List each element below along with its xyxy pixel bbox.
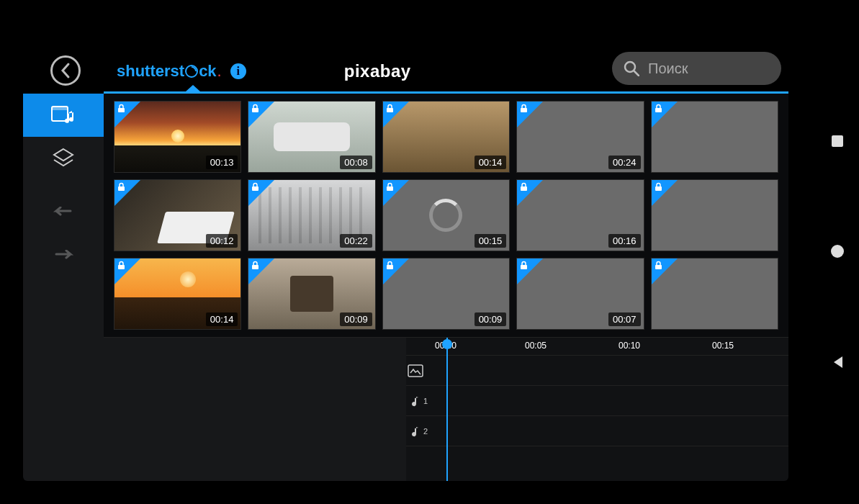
lock-icon — [385, 104, 395, 113]
lock-icon — [385, 261, 395, 270]
clip-item[interactable]: 00:09 — [382, 258, 510, 330]
track-audio-1[interactable]: 1 — [406, 385, 788, 415]
clip-duration: 00:15 — [475, 234, 507, 248]
svg-point-22 — [831, 245, 844, 258]
clip-item[interactable]: 00:14 — [114, 258, 241, 330]
audio-track-1-icon: 1 — [408, 395, 428, 408]
main-panel: 00:1300:0800:1400:2400:1200:2200:1500:16… — [104, 94, 788, 481]
nav-back-icon[interactable] — [829, 354, 845, 370]
clip-duration: 00:07 — [608, 312, 641, 326]
sidebar-undo[interactable] — [23, 193, 104, 236]
tab-shutterstock-label: shutterstck — [117, 62, 217, 81]
video-track-icon — [408, 364, 423, 377]
clip-duration: 00:08 — [340, 156, 372, 169]
svg-rect-5 — [118, 108, 125, 112]
tab-shutterstock[interactable]: shutterstck. i — [104, 51, 259, 91]
track-video[interactable] — [406, 355, 788, 385]
svg-rect-19 — [655, 265, 662, 269]
clip-item[interactable]: 00:07 — [516, 258, 644, 330]
svg-rect-17 — [387, 265, 393, 269]
svg-rect-16 — [252, 265, 258, 269]
clip-item[interactable] — [651, 179, 778, 251]
clip-item[interactable]: 00:09 — [248, 258, 375, 330]
clip-item[interactable]: 00:13 — [114, 101, 241, 173]
svg-point-1 — [625, 62, 635, 72]
lock-icon — [519, 104, 529, 113]
lock-icon — [117, 182, 126, 192]
svg-line-2 — [634, 71, 639, 76]
lock-icon — [654, 104, 663, 113]
audio-track-2-num: 2 — [423, 427, 428, 436]
clip-item[interactable]: 00:08 — [248, 101, 375, 173]
clip-duration: 00:13 — [206, 156, 238, 169]
sidebar-redo[interactable] — [23, 236, 104, 279]
search-icon — [624, 60, 639, 76]
undo-icon — [52, 207, 75, 222]
shutterstock-logo-icon — [184, 64, 199, 78]
audio-track-1-num: 1 — [423, 397, 428, 405]
chevron-left-icon — [59, 62, 72, 79]
timeline-left-spacer — [104, 338, 406, 481]
clip-item[interactable]: 00:16 — [516, 179, 644, 251]
clip-duration: 00:14 — [206, 312, 238, 326]
svg-rect-10 — [118, 186, 125, 191]
track-empty[interactable] — [406, 446, 788, 472]
redo-icon — [52, 250, 75, 266]
back-button[interactable] — [50, 55, 81, 86]
search-box[interactable] — [612, 52, 781, 85]
svg-rect-4 — [52, 107, 68, 110]
clip-item[interactable]: 00:22 — [248, 179, 375, 251]
svg-rect-6 — [252, 108, 258, 112]
svg-rect-7 — [387, 108, 393, 112]
clip-grid: 00:1300:0800:1400:2400:1200:2200:1500:16… — [104, 94, 788, 337]
active-tab-arrow-icon — [186, 85, 200, 91]
media-music-icon — [50, 104, 76, 127]
search-input[interactable] — [648, 60, 756, 77]
ruler-tick-2: 00:10 — [619, 341, 640, 351]
timeline-tracks[interactable]: 00:00 00:05 00:10 00:15 1 — [406, 338, 788, 481]
clip-duration: 00:14 — [475, 156, 507, 169]
layers-icon — [51, 146, 76, 171]
playhead[interactable] — [446, 338, 448, 481]
clip-item[interactable]: 00:12 — [114, 179, 241, 251]
lock-icon — [251, 261, 260, 270]
clip-duration: 00:12 — [206, 234, 238, 248]
lock-icon — [654, 182, 663, 192]
sidebar-media-library[interactable] — [23, 94, 104, 137]
svg-rect-13 — [521, 186, 527, 191]
clip-duration: 00:22 — [340, 234, 372, 248]
ruler-tick-1: 00:05 — [525, 341, 547, 351]
tab-pixabay-label: pixabay — [344, 61, 411, 81]
clip-item[interactable] — [651, 258, 778, 330]
app-window: shutterstck. i pixabay — [23, 23, 788, 481]
svg-rect-12 — [387, 186, 393, 191]
clip-duration: 00:16 — [608, 234, 641, 248]
lock-icon — [519, 261, 529, 270]
clip-item[interactable] — [651, 101, 778, 173]
clip-item[interactable]: 00:24 — [516, 101, 644, 173]
nav-recent-icon[interactable] — [830, 134, 845, 148]
svg-rect-20 — [408, 365, 423, 377]
info-icon[interactable]: i — [230, 63, 246, 79]
svg-rect-9 — [655, 108, 662, 112]
lock-icon — [117, 261, 126, 270]
svg-rect-18 — [521, 265, 527, 269]
clip-duration: 00:09 — [475, 312, 507, 326]
svg-rect-14 — [655, 186, 662, 191]
timeline[interactable]: 00:00 00:05 00:10 00:15 1 — [104, 337, 788, 481]
clip-duration: 00:24 — [608, 156, 641, 169]
tab-pixabay[interactable]: pixabay — [331, 51, 424, 91]
track-audio-2[interactable]: 2 — [406, 415, 788, 446]
lock-icon — [251, 104, 260, 113]
clip-duration: 00:09 — [340, 312, 372, 326]
sidebar — [23, 94, 104, 481]
timeline-ruler[interactable]: 00:00 00:05 00:10 00:15 — [406, 338, 788, 355]
nav-home-icon[interactable] — [829, 243, 845, 259]
lock-icon — [385, 182, 395, 192]
clip-item[interactable]: 00:14 — [382, 101, 510, 173]
clip-item[interactable]: 00:15 — [382, 179, 510, 251]
svg-rect-21 — [832, 135, 843, 147]
svg-rect-8 — [521, 108, 527, 112]
lock-icon — [117, 104, 126, 113]
sidebar-layers[interactable] — [23, 137, 104, 180]
